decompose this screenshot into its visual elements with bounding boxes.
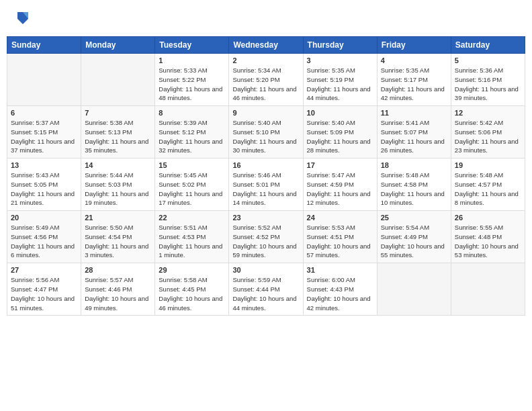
calendar-week-row: 27Sunrise: 5:56 AMSunset: 4:47 PMDayligh…	[7, 263, 525, 316]
day-number: 23	[232, 214, 299, 222]
calendar-day-cell: 27Sunrise: 5:56 AMSunset: 4:47 PMDayligh…	[7, 263, 81, 316]
day-info: Sunrise: 5:49 AMSunset: 4:56 PMDaylight:…	[11, 223, 77, 260]
calendar-day-cell: 19Sunrise: 5:48 AMSunset: 4:57 PMDayligh…	[451, 158, 525, 211]
day-info: Sunrise: 5:54 AMSunset: 4:49 PMDaylight:…	[381, 223, 447, 260]
day-info: Sunrise: 5:48 AMSunset: 4:58 PMDaylight:…	[381, 171, 447, 208]
day-info: Sunrise: 5:35 AMSunset: 5:17 PMDaylight:…	[381, 66, 447, 103]
page-header	[7, 7, 525, 31]
day-info: Sunrise: 5:56 AMSunset: 4:47 PMDaylight:…	[11, 275, 77, 312]
calendar-day-cell: 26Sunrise: 5:55 AMSunset: 4:48 PMDayligh…	[451, 211, 525, 263]
day-info: Sunrise: 5:42 AMSunset: 5:06 PMDaylight:…	[455, 118, 521, 155]
day-info: Sunrise: 5:33 AMSunset: 5:22 PMDaylight:…	[159, 66, 225, 103]
calendar-day-cell: 18Sunrise: 5:48 AMSunset: 4:58 PMDayligh…	[377, 158, 451, 211]
calendar-day-cell: 23Sunrise: 5:52 AMSunset: 4:52 PMDayligh…	[229, 211, 303, 263]
calendar-day-cell: 5Sunrise: 5:36 AMSunset: 5:16 PMDaylight…	[451, 54, 525, 106]
day-info: Sunrise: 5:34 AMSunset: 5:20 PMDaylight:…	[232, 66, 299, 103]
day-number: 7	[85, 109, 151, 117]
weekday-header-cell: Sunday	[7, 37, 81, 54]
day-number: 18	[381, 161, 447, 169]
weekday-header-cell: Saturday	[451, 37, 525, 54]
calendar-body: 1Sunrise: 5:33 AMSunset: 5:22 PMDaylight…	[7, 54, 525, 316]
calendar-day-cell: 21Sunrise: 5:50 AMSunset: 4:54 PMDayligh…	[81, 211, 155, 263]
day-number: 21	[85, 214, 151, 222]
day-number: 9	[232, 109, 299, 117]
day-info: Sunrise: 5:45 AMSunset: 5:02 PMDaylight:…	[159, 171, 225, 208]
day-number: 11	[381, 109, 447, 117]
day-number: 4	[381, 56, 447, 64]
calendar-day-cell	[81, 54, 155, 106]
calendar-week-row: 6Sunrise: 5:37 AMSunset: 5:15 PMDaylight…	[7, 106, 525, 158]
day-info: Sunrise: 5:40 AMSunset: 5:09 PMDaylight:…	[307, 118, 373, 155]
day-info: Sunrise: 5:43 AMSunset: 5:05 PMDaylight:…	[11, 171, 77, 208]
day-number: 26	[455, 214, 521, 222]
day-info: Sunrise: 5:44 AMSunset: 5:03 PMDaylight:…	[85, 171, 151, 208]
day-info: Sunrise: 5:52 AMSunset: 4:52 PMDaylight:…	[232, 223, 299, 260]
day-info: Sunrise: 5:41 AMSunset: 5:07 PMDaylight:…	[381, 118, 447, 155]
weekday-header-cell: Friday	[377, 37, 451, 54]
calendar-week-row: 13Sunrise: 5:43 AMSunset: 5:05 PMDayligh…	[7, 158, 525, 211]
day-number: 22	[159, 214, 225, 222]
day-info: Sunrise: 5:46 AMSunset: 5:01 PMDaylight:…	[232, 171, 299, 208]
day-number: 5	[455, 56, 521, 64]
calendar-day-cell: 17Sunrise: 5:47 AMSunset: 4:59 PMDayligh…	[303, 158, 377, 211]
weekday-header-cell: Thursday	[303, 37, 377, 54]
day-info: Sunrise: 5:55 AMSunset: 4:48 PMDaylight:…	[455, 223, 521, 260]
calendar-day-cell: 10Sunrise: 5:40 AMSunset: 5:09 PMDayligh…	[303, 106, 377, 158]
calendar-day-cell	[377, 263, 451, 316]
day-info: Sunrise: 5:59 AMSunset: 4:44 PMDaylight:…	[232, 275, 299, 312]
day-info: Sunrise: 5:51 AMSunset: 4:53 PMDaylight:…	[159, 223, 225, 260]
day-info: Sunrise: 5:57 AMSunset: 4:46 PMDaylight:…	[85, 275, 151, 312]
day-info: Sunrise: 5:50 AMSunset: 4:54 PMDaylight:…	[85, 223, 151, 260]
day-info: Sunrise: 5:48 AMSunset: 4:57 PMDaylight:…	[455, 171, 521, 208]
day-info: Sunrise: 5:37 AMSunset: 5:15 PMDaylight:…	[11, 118, 77, 155]
day-info: Sunrise: 5:36 AMSunset: 5:16 PMDaylight:…	[455, 66, 521, 103]
calendar-week-row: 1Sunrise: 5:33 AMSunset: 5:22 PMDaylight…	[7, 54, 525, 106]
day-number: 19	[455, 161, 521, 169]
calendar-day-cell: 1Sunrise: 5:33 AMSunset: 5:22 PMDaylight…	[155, 54, 229, 106]
day-number: 28	[85, 266, 151, 274]
day-number: 29	[159, 266, 225, 274]
day-info: Sunrise: 5:47 AMSunset: 4:59 PMDaylight:…	[307, 171, 373, 208]
calendar-day-cell: 8Sunrise: 5:39 AMSunset: 5:12 PMDaylight…	[155, 106, 229, 158]
day-info: Sunrise: 5:58 AMSunset: 4:45 PMDaylight:…	[159, 275, 225, 312]
day-info: Sunrise: 5:53 AMSunset: 4:51 PMDaylight:…	[307, 223, 373, 260]
day-number: 31	[307, 266, 373, 274]
weekday-header-row: SundayMondayTuesdayWednesdayThursdayFrid…	[7, 37, 525, 54]
day-number: 25	[381, 214, 447, 222]
calendar-day-cell: 16Sunrise: 5:46 AMSunset: 5:01 PMDayligh…	[229, 158, 303, 211]
day-number: 1	[159, 56, 225, 64]
day-number: 10	[307, 109, 373, 117]
calendar-day-cell: 11Sunrise: 5:41 AMSunset: 5:07 PMDayligh…	[377, 106, 451, 158]
calendar-day-cell	[7, 54, 81, 106]
calendar-day-cell: 25Sunrise: 5:54 AMSunset: 4:49 PMDayligh…	[377, 211, 451, 263]
weekday-header-cell: Tuesday	[155, 37, 229, 54]
day-number: 8	[159, 109, 225, 117]
day-info: Sunrise: 6:00 AMSunset: 4:43 PMDaylight:…	[307, 275, 373, 312]
calendar-day-cell: 15Sunrise: 5:45 AMSunset: 5:02 PMDayligh…	[155, 158, 229, 211]
day-info: Sunrise: 5:35 AMSunset: 5:19 PMDaylight:…	[307, 66, 373, 103]
day-number: 3	[307, 56, 373, 64]
weekday-header-cell: Monday	[81, 37, 155, 54]
calendar-day-cell: 4Sunrise: 5:35 AMSunset: 5:17 PMDaylight…	[377, 54, 451, 106]
day-number: 14	[85, 161, 151, 169]
calendar-day-cell: 28Sunrise: 5:57 AMSunset: 4:46 PMDayligh…	[81, 263, 155, 316]
calendar-day-cell: 22Sunrise: 5:51 AMSunset: 4:53 PMDayligh…	[155, 211, 229, 263]
day-info: Sunrise: 5:40 AMSunset: 5:10 PMDaylight:…	[232, 118, 299, 155]
calendar-day-cell: 9Sunrise: 5:40 AMSunset: 5:10 PMDaylight…	[229, 106, 303, 158]
day-number: 24	[307, 214, 373, 222]
calendar-day-cell: 3Sunrise: 5:35 AMSunset: 5:19 PMDaylight…	[303, 54, 377, 106]
calendar-day-cell: 12Sunrise: 5:42 AMSunset: 5:06 PMDayligh…	[451, 106, 525, 158]
calendar-day-cell: 29Sunrise: 5:58 AMSunset: 4:45 PMDayligh…	[155, 263, 229, 316]
calendar-day-cell: 6Sunrise: 5:37 AMSunset: 5:15 PMDaylight…	[7, 106, 81, 158]
logo	[12, 9, 31, 28]
day-number: 13	[11, 161, 77, 169]
day-info: Sunrise: 5:38 AMSunset: 5:13 PMDaylight:…	[85, 118, 151, 155]
calendar-week-row: 20Sunrise: 5:49 AMSunset: 4:56 PMDayligh…	[7, 211, 525, 263]
logo-icon	[15, 9, 31, 28]
day-number: 27	[11, 266, 77, 274]
calendar-day-cell: 7Sunrise: 5:38 AMSunset: 5:13 PMDaylight…	[81, 106, 155, 158]
calendar-day-cell	[451, 263, 525, 316]
day-number: 6	[11, 109, 77, 117]
calendar-day-cell: 13Sunrise: 5:43 AMSunset: 5:05 PMDayligh…	[7, 158, 81, 211]
day-number: 20	[11, 214, 77, 222]
